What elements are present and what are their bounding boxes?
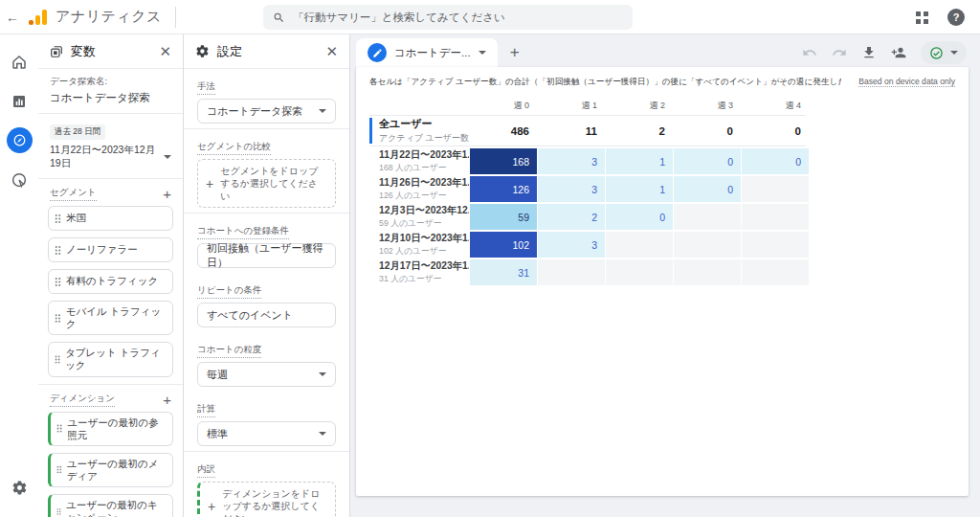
cohort-cell[interactable]: 0	[606, 204, 673, 230]
cohort-card: 各セルは「アクティブ ユーザー数」の合計（「初回接触（ユーザー獲得日）」の後に「…	[356, 67, 969, 496]
chevron-down-icon	[950, 51, 958, 55]
help-icon[interactable]: ?	[947, 9, 965, 26]
chevron-down-icon	[319, 372, 326, 376]
chevron-down-icon	[319, 109, 326, 113]
status-pill[interactable]	[921, 41, 967, 64]
cohort-cell[interactable]	[674, 259, 741, 285]
cohort-cell[interactable]	[674, 232, 741, 258]
drag-handle-icon	[56, 506, 61, 517]
cohort-cell[interactable]	[674, 204, 741, 230]
canvas-area: コホートデー... + 各セルは「アクティブ ユーザー数」の合計（「初回接触（ユ…	[350, 34, 980, 517]
cohort-cell[interactable]: 0	[742, 148, 809, 174]
analytics-logo-icon	[29, 10, 47, 25]
cohort-row-label: 12月10日〜2023年1...	[379, 232, 469, 245]
chevron-down-icon	[319, 432, 326, 436]
nav-reports[interactable]	[2, 81, 36, 121]
total-value: 0	[674, 125, 741, 137]
cohort-cell[interactable]: 168	[470, 148, 537, 174]
download-icon[interactable]	[861, 45, 877, 60]
undo-icon[interactable]	[802, 45, 817, 60]
cohort-cell[interactable]: 102	[470, 232, 537, 258]
cohort-cell[interactable]: 0	[674, 176, 741, 202]
share-add-user-icon[interactable]	[891, 45, 906, 60]
cohort-cell[interactable]: 59	[470, 204, 537, 230]
segment-item[interactable]: モバイル トラフィック	[48, 301, 173, 335]
week-header: 週 1	[538, 100, 605, 112]
week-header: 週 4	[742, 100, 809, 112]
cohort-cell[interactable]: 3	[538, 176, 605, 202]
nav-explore-active[interactable]	[2, 121, 36, 160]
segment-label: モバイル トラフィック	[66, 305, 167, 330]
add-segment-button[interactable]: +	[163, 187, 171, 201]
cohort-row-sublabel: 31 人のユーザー	[379, 274, 469, 285]
cohort-row-label: 11月22日〜2023年1...	[379, 148, 469, 162]
explore-icon	[7, 127, 33, 153]
week-header: 週 0	[470, 100, 537, 112]
segment-label: 有料のトラフィック	[66, 275, 158, 287]
cohort-cell[interactable]: 126	[470, 176, 537, 202]
nav-admin[interactable]	[2, 468, 36, 507]
add-tab-button[interactable]: +	[498, 38, 532, 67]
apps-grid-icon[interactable]	[916, 11, 928, 24]
dimension-item[interactable]: ユーザーの最初のキャンペーン	[48, 494, 173, 517]
chevron-down-icon[interactable]	[479, 51, 486, 55]
cohort-row: 11月26日〜2023年1... 126 人のユーザー 126 3 1 0	[369, 176, 806, 202]
cohort-cell[interactable]: 3	[538, 148, 605, 174]
exploration-name-value[interactable]: コホートデータ探索	[50, 91, 171, 105]
drag-handle-icon	[55, 277, 61, 287]
technique-value: コホートデータ探索	[207, 104, 302, 119]
data-note-link[interactable]: Based on device data only	[858, 77, 955, 87]
cohort-cell[interactable]	[742, 259, 809, 285]
segment-item[interactable]: 有料のトラフィック	[48, 269, 173, 294]
chevron-down-icon	[164, 155, 171, 159]
add-dimension-button[interactable]: +	[163, 393, 171, 407]
inclusion-box[interactable]: 初回接触（ユーザー獲得日）	[197, 243, 336, 268]
cohort-cell[interactable]	[742, 204, 809, 230]
cohort-cell[interactable]	[606, 232, 673, 258]
settings-icon	[195, 44, 210, 58]
cohort-cell[interactable]: 1	[606, 148, 673, 174]
calculation-label: 計算	[197, 403, 215, 417]
breakdown-drop-zone[interactable]: + ディメンションをドロップするか選択してください	[197, 482, 336, 517]
search-input[interactable]	[293, 11, 623, 23]
redo-icon[interactable]	[832, 45, 847, 60]
cohort-cell[interactable]	[538, 259, 605, 285]
cohort-cell[interactable]	[742, 176, 809, 202]
cohort-cell[interactable]: 1	[606, 176, 673, 202]
cohort-cell[interactable]: 0	[674, 148, 741, 174]
cohort-cell[interactable]: 3	[538, 232, 605, 258]
return-criteria-label: リピートの条件	[197, 284, 261, 299]
nav-home[interactable]	[2, 42, 36, 81]
date-range-selector[interactable]: 11月22日〜2023年12月19日	[50, 144, 171, 170]
variables-icon	[50, 45, 63, 58]
segment-item[interactable]: タブレット トラフィック	[48, 342, 173, 376]
settings-panel: 設定 ✕ 手法 コホートデータ探索 セグメントの比較 + セグメントをドロップす…	[184, 34, 350, 517]
close-icon[interactable]: ✕	[325, 44, 338, 58]
search-bar[interactable]	[263, 5, 633, 30]
dimension-item[interactable]: ユーザーの最初のメディア	[48, 453, 173, 487]
total-row-sublabel: アクティブ ユーザー数	[379, 132, 469, 145]
drag-handle-icon	[55, 313, 61, 324]
nav-advertising[interactable]	[2, 160, 36, 199]
cohort-cell[interactable]	[606, 259, 673, 285]
drag-handle-icon	[55, 354, 60, 365]
segment-drop-zone[interactable]: + セグメントをドロップするか選択してください	[197, 159, 336, 208]
technique-dropdown[interactable]: コホートデータ探索	[197, 99, 336, 124]
back-arrow-icon[interactable]: ←	[0, 10, 25, 25]
gear-icon	[11, 480, 28, 496]
cohort-cell[interactable]: 31	[470, 259, 537, 285]
segment-item[interactable]: 米国	[48, 206, 173, 231]
segment-item[interactable]: ノーリファラー	[48, 237, 173, 262]
granularity-dropdown[interactable]: 毎週	[197, 362, 336, 387]
granularity-label: コホートの粒度	[197, 344, 261, 358]
dimension-item[interactable]: ユーザーの最初の参照元	[48, 412, 173, 446]
close-icon[interactable]: ✕	[159, 44, 171, 58]
edit-pencil-icon	[368, 43, 387, 62]
return-criteria-box[interactable]: すべてのイベント	[197, 303, 336, 327]
tab-cohort-exploration[interactable]: コホートデー...	[356, 38, 498, 67]
cohort-cell[interactable]: 2	[538, 204, 605, 230]
breakdown-placeholder: ディメンションをドロップするか選択してください	[222, 487, 327, 517]
cohort-cell[interactable]	[742, 232, 809, 258]
drag-handle-icon	[55, 214, 61, 224]
calculation-dropdown[interactable]: 標準	[197, 421, 336, 446]
